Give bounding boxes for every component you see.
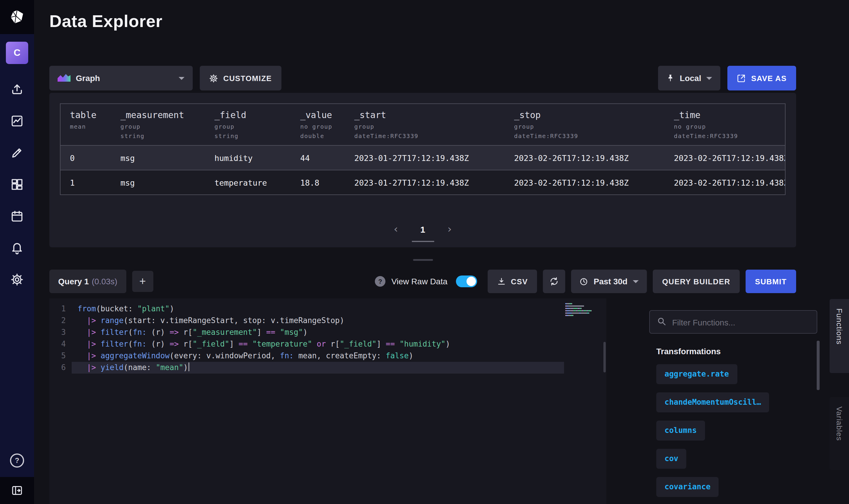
panel-resize-handle[interactable] bbox=[413, 259, 433, 261]
prev-page-button[interactable]: ‹ bbox=[394, 224, 398, 234]
chevron-down-icon bbox=[179, 77, 184, 79]
table-cell: humidity bbox=[205, 153, 291, 162]
minimap-line bbox=[565, 312, 602, 314]
line-number: 2 bbox=[49, 315, 72, 327]
table-row[interactable]: 0msghumidity442023-01-27T17:12:19.438Z20… bbox=[60, 146, 785, 170]
view-raw-data-label: View Raw Data bbox=[391, 277, 447, 286]
flux-query-editor[interactable]: 123456 from(bucket: "plant") |> range(st… bbox=[49, 299, 606, 504]
column-header[interactable]: _startgroupdateTime:RFC3339 bbox=[345, 104, 505, 145]
function-pill[interactable]: cov bbox=[656, 449, 687, 469]
panel-resize-row bbox=[49, 259, 796, 261]
user-avatar[interactable]: C bbox=[6, 42, 28, 64]
graph-icon[interactable] bbox=[0, 105, 34, 137]
query-tab[interactable]: Query 1 (0.03s) bbox=[49, 270, 126, 293]
line-number: 6 bbox=[49, 362, 72, 374]
editor-minimap[interactable] bbox=[565, 303, 602, 317]
functions-list: aggregate.ratechandeMomentumOscill…colum… bbox=[656, 364, 809, 504]
minimap-line bbox=[565, 303, 602, 304]
line-number: 3 bbox=[49, 327, 72, 338]
table-row[interactable]: 1msgtemperature18.82023-01-27T17:12:19.4… bbox=[60, 170, 785, 194]
customize-button[interactable]: CUSTOMIZE bbox=[200, 66, 281, 90]
time-range-label: Past 30d bbox=[594, 277, 628, 286]
table-cell: 1 bbox=[60, 178, 111, 187]
expand-panel-icon[interactable] bbox=[0, 477, 34, 504]
code-line[interactable]: |> filter(fn: (r) => r["_field"] == "tem… bbox=[77, 338, 559, 350]
functions-scrollbar[interactable] bbox=[817, 341, 819, 390]
submit-label: SUBMIT bbox=[755, 277, 787, 286]
minimap-line bbox=[565, 310, 602, 311]
bell-icon[interactable] bbox=[0, 232, 34, 264]
table-cell: 2023-02-26T17:12:19.438Z bbox=[505, 178, 665, 187]
scope-dropdown[interactable]: Local bbox=[658, 66, 721, 90]
column-header[interactable]: _fieldgroupstring bbox=[205, 104, 291, 145]
editor-scrollbar[interactable] bbox=[603, 342, 606, 373]
help-icon[interactable]: ? bbox=[0, 444, 34, 477]
code-area[interactable]: from(bucket: "plant") |> range(start: v.… bbox=[77, 303, 559, 374]
line-number-gutter: 123456 bbox=[49, 303, 72, 374]
column-header[interactable]: _timeno groupdateTime:RFC3339 bbox=[665, 104, 785, 145]
side-tab-variables[interactable]: Variables bbox=[830, 397, 849, 470]
pagination: ‹ 1 › bbox=[49, 222, 796, 236]
function-pill[interactable]: covariance bbox=[656, 477, 719, 497]
upload-icon[interactable] bbox=[0, 73, 34, 105]
code-line[interactable]: |> filter(fn: (r) => r["_measurement"] =… bbox=[77, 327, 559, 338]
function-pill[interactable]: aggregate.rate bbox=[656, 364, 737, 384]
current-page-underline bbox=[412, 241, 434, 242]
data-explorer-page: C ? Data Explorer Graph bbox=[0, 0, 849, 504]
download-icon bbox=[497, 277, 506, 286]
export-icon bbox=[737, 74, 746, 83]
add-query-button[interactable]: + bbox=[132, 271, 153, 292]
code-line[interactable]: |> range(start: v.timeRangeStart, stop: … bbox=[77, 315, 559, 327]
save-as-button[interactable]: SAVE AS bbox=[728, 66, 796, 90]
side-tab-functions[interactable]: Functions bbox=[830, 299, 849, 373]
calendar-icon[interactable] bbox=[0, 200, 34, 232]
refresh-icon bbox=[550, 277, 559, 286]
csv-button[interactable]: CSV bbox=[487, 270, 537, 293]
search-input[interactable] bbox=[671, 311, 812, 334]
toggle-knob bbox=[466, 277, 476, 286]
query-builder-button[interactable]: QUERY BUILDER bbox=[653, 270, 740, 293]
help-icon[interactable]: ? bbox=[375, 276, 385, 287]
chevron-down-icon bbox=[633, 280, 639, 283]
raw-data-table-panel: tablemean_measurementgroupstring_fieldgr… bbox=[49, 93, 796, 247]
dashboards-icon[interactable] bbox=[0, 168, 34, 200]
save-as-label: SAVE AS bbox=[751, 74, 787, 83]
view-raw-data-toggle[interactable] bbox=[456, 275, 477, 287]
line-number: 4 bbox=[49, 338, 72, 350]
minimap-line bbox=[565, 308, 602, 309]
customize-label: CUSTOMIZE bbox=[223, 74, 272, 83]
table-cell: 18.8 bbox=[291, 178, 345, 187]
refresh-button[interactable] bbox=[543, 270, 565, 293]
table-cell: 2023-01-27T17:12:19.438Z bbox=[345, 178, 505, 187]
graph-type-icon bbox=[58, 73, 71, 83]
query-builder-label: QUERY BUILDER bbox=[662, 277, 730, 286]
function-pill[interactable]: chandeMomentumOscill… bbox=[656, 392, 770, 412]
function-pill[interactable]: columns bbox=[656, 420, 705, 440]
table-cell: 0 bbox=[60, 153, 111, 162]
filter-functions-search[interactable] bbox=[649, 310, 817, 334]
scope-label: Local bbox=[680, 73, 701, 83]
clock-icon bbox=[580, 277, 589, 286]
time-range-dropdown[interactable]: Past 30d bbox=[572, 270, 647, 293]
column-header[interactable]: _valueno groupdouble bbox=[291, 104, 345, 145]
table-cell: 44 bbox=[291, 153, 345, 162]
query-toolbar: Query 1 (0.03s) + ? View Raw Data CSV bbox=[49, 270, 796, 293]
gear-icon bbox=[209, 74, 218, 83]
table-cell: 2023-02-26T17:12:19.438Z bbox=[505, 153, 665, 162]
column-header[interactable]: tablemean bbox=[60, 104, 111, 145]
nav-sidebar: C ? bbox=[0, 0, 34, 504]
view-type-dropdown[interactable]: Graph bbox=[49, 66, 193, 90]
influxdb-logo[interactable] bbox=[0, 0, 34, 34]
gear-icon[interactable] bbox=[0, 264, 34, 295]
code-line[interactable]: |> yield(name: "mean") bbox=[77, 362, 559, 374]
pencil-icon[interactable] bbox=[0, 137, 34, 168]
column-header[interactable]: _stopgroupdateTime:RFC3339 bbox=[505, 104, 665, 145]
line-number: 1 bbox=[49, 303, 72, 315]
column-header[interactable]: _measurementgroupstring bbox=[111, 104, 205, 145]
submit-button[interactable]: SUBMIT bbox=[746, 270, 796, 293]
next-page-button[interactable]: › bbox=[447, 224, 452, 234]
pin-icon bbox=[666, 74, 674, 82]
code-line[interactable]: from(bucket: "plant") bbox=[77, 303, 559, 315]
code-line[interactable]: |> aggregateWindow(every: v.windowPeriod… bbox=[77, 350, 559, 362]
csv-label: CSV bbox=[511, 277, 528, 286]
